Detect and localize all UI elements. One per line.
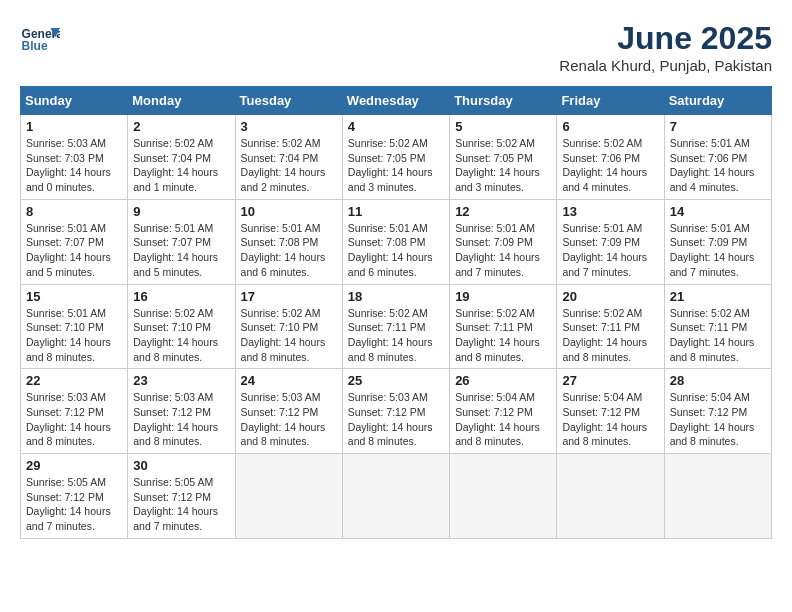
weekday-header-monday: Monday [128, 87, 235, 115]
calendar-day-cell: 17 Sunrise: 5:02 AM Sunset: 7:10 PM Dayl… [235, 284, 342, 369]
day-number: 15 [26, 289, 122, 304]
calendar-day-cell [557, 454, 664, 539]
calendar-day-cell: 1 Sunrise: 5:03 AM Sunset: 7:03 PM Dayli… [21, 115, 128, 200]
day-info: Sunrise: 5:04 AM Sunset: 7:12 PM Dayligh… [455, 390, 551, 449]
day-number: 24 [241, 373, 337, 388]
day-info: Sunrise: 5:02 AM Sunset: 7:04 PM Dayligh… [133, 136, 229, 195]
day-number: 5 [455, 119, 551, 134]
day-info: Sunrise: 5:04 AM Sunset: 7:12 PM Dayligh… [562, 390, 658, 449]
day-info: Sunrise: 5:02 AM Sunset: 7:05 PM Dayligh… [348, 136, 444, 195]
day-number: 26 [455, 373, 551, 388]
day-info: Sunrise: 5:02 AM Sunset: 7:10 PM Dayligh… [241, 306, 337, 365]
calendar-day-cell: 18 Sunrise: 5:02 AM Sunset: 7:11 PM Dayl… [342, 284, 449, 369]
calendar-week-row: 8 Sunrise: 5:01 AM Sunset: 7:07 PM Dayli… [21, 199, 772, 284]
location-title: Renala Khurd, Punjab, Pakistan [559, 57, 772, 74]
day-number: 1 [26, 119, 122, 134]
calendar-day-cell [342, 454, 449, 539]
calendar-day-cell: 22 Sunrise: 5:03 AM Sunset: 7:12 PM Dayl… [21, 369, 128, 454]
day-number: 9 [133, 204, 229, 219]
day-info: Sunrise: 5:03 AM Sunset: 7:12 PM Dayligh… [241, 390, 337, 449]
day-info: Sunrise: 5:01 AM Sunset: 7:07 PM Dayligh… [26, 221, 122, 280]
day-number: 4 [348, 119, 444, 134]
calendar-day-cell: 3 Sunrise: 5:02 AM Sunset: 7:04 PM Dayli… [235, 115, 342, 200]
calendar-day-cell: 14 Sunrise: 5:01 AM Sunset: 7:09 PM Dayl… [664, 199, 771, 284]
calendar-day-cell [450, 454, 557, 539]
calendar-day-cell: 28 Sunrise: 5:04 AM Sunset: 7:12 PM Dayl… [664, 369, 771, 454]
day-number: 6 [562, 119, 658, 134]
calendar-day-cell: 6 Sunrise: 5:02 AM Sunset: 7:06 PM Dayli… [557, 115, 664, 200]
title-block: June 2025 Renala Khurd, Punjab, Pakistan [559, 20, 772, 74]
calendar-day-cell: 9 Sunrise: 5:01 AM Sunset: 7:07 PM Dayli… [128, 199, 235, 284]
day-number: 12 [455, 204, 551, 219]
svg-text:Blue: Blue [22, 39, 48, 53]
day-info: Sunrise: 5:01 AM Sunset: 7:06 PM Dayligh… [670, 136, 766, 195]
weekday-header-thursday: Thursday [450, 87, 557, 115]
calendar-day-cell: 23 Sunrise: 5:03 AM Sunset: 7:12 PM Dayl… [128, 369, 235, 454]
day-number: 17 [241, 289, 337, 304]
calendar-header-row: SundayMondayTuesdayWednesdayThursdayFrid… [21, 87, 772, 115]
calendar-day-cell [235, 454, 342, 539]
day-info: Sunrise: 5:02 AM Sunset: 7:10 PM Dayligh… [133, 306, 229, 365]
logo-icon: General Blue [20, 20, 60, 60]
calendar-day-cell: 12 Sunrise: 5:01 AM Sunset: 7:09 PM Dayl… [450, 199, 557, 284]
calendar-day-cell: 8 Sunrise: 5:01 AM Sunset: 7:07 PM Dayli… [21, 199, 128, 284]
day-number: 29 [26, 458, 122, 473]
day-number: 11 [348, 204, 444, 219]
day-number: 8 [26, 204, 122, 219]
day-number: 14 [670, 204, 766, 219]
day-info: Sunrise: 5:02 AM Sunset: 7:11 PM Dayligh… [348, 306, 444, 365]
calendar-day-cell: 29 Sunrise: 5:05 AM Sunset: 7:12 PM Dayl… [21, 454, 128, 539]
day-number: 20 [562, 289, 658, 304]
calendar-day-cell: 15 Sunrise: 5:01 AM Sunset: 7:10 PM Dayl… [21, 284, 128, 369]
day-info: Sunrise: 5:01 AM Sunset: 7:07 PM Dayligh… [133, 221, 229, 280]
calendar-week-row: 22 Sunrise: 5:03 AM Sunset: 7:12 PM Dayl… [21, 369, 772, 454]
day-info: Sunrise: 5:01 AM Sunset: 7:09 PM Dayligh… [670, 221, 766, 280]
day-info: Sunrise: 5:05 AM Sunset: 7:12 PM Dayligh… [26, 475, 122, 534]
day-info: Sunrise: 5:01 AM Sunset: 7:08 PM Dayligh… [348, 221, 444, 280]
day-info: Sunrise: 5:02 AM Sunset: 7:11 PM Dayligh… [562, 306, 658, 365]
calendar-day-cell: 4 Sunrise: 5:02 AM Sunset: 7:05 PM Dayli… [342, 115, 449, 200]
calendar-day-cell: 25 Sunrise: 5:03 AM Sunset: 7:12 PM Dayl… [342, 369, 449, 454]
weekday-header-sunday: Sunday [21, 87, 128, 115]
day-number: 19 [455, 289, 551, 304]
day-number: 28 [670, 373, 766, 388]
day-info: Sunrise: 5:01 AM Sunset: 7:10 PM Dayligh… [26, 306, 122, 365]
weekday-header-tuesday: Tuesday [235, 87, 342, 115]
month-title: June 2025 [559, 20, 772, 57]
calendar-day-cell: 27 Sunrise: 5:04 AM Sunset: 7:12 PM Dayl… [557, 369, 664, 454]
calendar-table: SundayMondayTuesdayWednesdayThursdayFrid… [20, 86, 772, 539]
weekday-header-wednesday: Wednesday [342, 87, 449, 115]
day-info: Sunrise: 5:05 AM Sunset: 7:12 PM Dayligh… [133, 475, 229, 534]
day-info: Sunrise: 5:03 AM Sunset: 7:12 PM Dayligh… [133, 390, 229, 449]
calendar-day-cell: 10 Sunrise: 5:01 AM Sunset: 7:08 PM Dayl… [235, 199, 342, 284]
calendar-day-cell: 11 Sunrise: 5:01 AM Sunset: 7:08 PM Dayl… [342, 199, 449, 284]
calendar-day-cell [664, 454, 771, 539]
day-info: Sunrise: 5:02 AM Sunset: 7:04 PM Dayligh… [241, 136, 337, 195]
day-info: Sunrise: 5:02 AM Sunset: 7:06 PM Dayligh… [562, 136, 658, 195]
day-number: 27 [562, 373, 658, 388]
day-number: 23 [133, 373, 229, 388]
calendar-day-cell: 2 Sunrise: 5:02 AM Sunset: 7:04 PM Dayli… [128, 115, 235, 200]
weekday-header-saturday: Saturday [664, 87, 771, 115]
day-info: Sunrise: 5:01 AM Sunset: 7:09 PM Dayligh… [455, 221, 551, 280]
calendar-week-row: 15 Sunrise: 5:01 AM Sunset: 7:10 PM Dayl… [21, 284, 772, 369]
page-header: General Blue June 2025 Renala Khurd, Pun… [20, 20, 772, 74]
day-number: 22 [26, 373, 122, 388]
day-number: 16 [133, 289, 229, 304]
day-number: 18 [348, 289, 444, 304]
calendar-day-cell: 19 Sunrise: 5:02 AM Sunset: 7:11 PM Dayl… [450, 284, 557, 369]
day-number: 7 [670, 119, 766, 134]
day-number: 2 [133, 119, 229, 134]
day-number: 30 [133, 458, 229, 473]
calendar-day-cell: 16 Sunrise: 5:02 AM Sunset: 7:10 PM Dayl… [128, 284, 235, 369]
day-info: Sunrise: 5:02 AM Sunset: 7:11 PM Dayligh… [455, 306, 551, 365]
day-number: 25 [348, 373, 444, 388]
logo: General Blue [20, 20, 64, 60]
day-info: Sunrise: 5:04 AM Sunset: 7:12 PM Dayligh… [670, 390, 766, 449]
calendar-day-cell: 7 Sunrise: 5:01 AM Sunset: 7:06 PM Dayli… [664, 115, 771, 200]
day-info: Sunrise: 5:01 AM Sunset: 7:09 PM Dayligh… [562, 221, 658, 280]
calendar-day-cell: 20 Sunrise: 5:02 AM Sunset: 7:11 PM Dayl… [557, 284, 664, 369]
calendar-week-row: 1 Sunrise: 5:03 AM Sunset: 7:03 PM Dayli… [21, 115, 772, 200]
day-info: Sunrise: 5:02 AM Sunset: 7:11 PM Dayligh… [670, 306, 766, 365]
day-info: Sunrise: 5:01 AM Sunset: 7:08 PM Dayligh… [241, 221, 337, 280]
